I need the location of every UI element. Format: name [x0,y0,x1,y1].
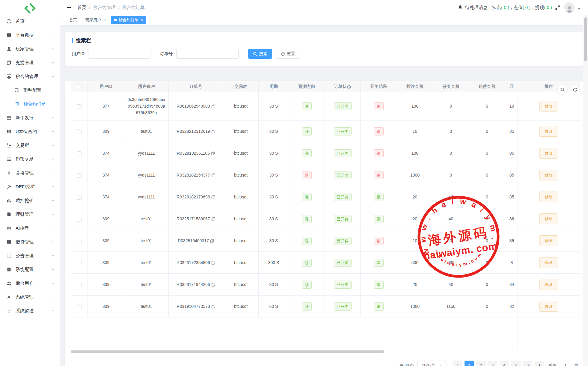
book-icon [6,253,12,259]
sidebar-item[interactable]: AI控盘 [0,221,60,235]
edit-button[interactable]: 修改 [539,148,558,159]
avatar[interactable] [564,2,575,13]
edit-button[interactable]: 修改 [539,192,558,202]
sidebar-item[interactable]: 质押挖矿 [0,194,60,207]
row-checkbox[interactable] [77,104,82,109]
sidebar-item[interactable]: 系统监控 [0,304,60,318]
page-button[interactable]: 4 [500,361,509,366]
sidebar-item[interactable]: U本位合约 [0,125,60,138]
data-icon [6,239,12,245]
sidebar-item[interactable]: 秒合约管理 [0,70,60,83]
sidebar-item[interactable]: 兑换管理 [0,166,60,180]
status-tag: 输 [374,171,384,179]
search-field-input[interactable] [88,49,150,59]
sidebar-item[interactable]: 系统管理 [0,290,60,304]
edit-button[interactable]: 修改 [539,101,558,112]
select-all-checkbox[interactable] [77,85,82,89]
tab-close-icon[interactable]: × [103,18,106,22]
cell-value: 84 [509,282,514,287]
sidebar-item[interactable]: 借贷管理 [0,235,60,249]
tab-item[interactable]: 玩家用户× [82,16,109,24]
row-checkbox[interactable] [77,239,82,243]
page-button[interactable]: 5 [511,361,521,366]
search-field-input[interactable] [176,49,239,59]
page-button[interactable]: 3 [488,361,497,366]
sidebar-item[interactable]: 秒合约订单 [0,97,60,111]
cell-value: 0 [450,129,452,134]
vertical-scrollbar-thumb[interactable] [584,17,587,61]
sidebar-item[interactable]: 后台用户 [0,276,60,290]
copy-icon[interactable] [211,283,215,287]
table-row: 309test01R0323171944266btcusdt30 S涨已开奖赢2… [71,274,580,296]
sidebar-item[interactable]: 充提管理 [0,56,60,70]
copy-icon[interactable] [210,239,214,243]
edit-button[interactable]: 修改 [539,170,558,180]
vertical-scrollbar[interactable] [583,15,588,366]
row-checkbox[interactable] [77,283,82,287]
prev-page-button[interactable] [453,361,462,366]
edit-button[interactable]: 修改 [539,279,558,290]
copy-icon[interactable] [211,261,215,265]
edit-button[interactable]: 修改 [539,235,558,246]
collapse-menu-icon[interactable] [66,4,72,10]
page-button[interactable]: 2 [476,361,486,366]
next-page-button[interactable] [535,361,544,366]
sidebar-item[interactable]: 交易所 [0,138,60,152]
copy-icon[interactable] [211,195,215,199]
edit-button[interactable]: 修改 [539,126,558,137]
sidebar-item[interactable]: 公告管理 [0,249,60,263]
cell-value: 20 [413,216,417,221]
table-search-button[interactable] [557,85,568,95]
copy-icon[interactable] [211,104,215,108]
page-button[interactable]: 6 [523,361,532,366]
column-header: 交易对 [223,81,259,92]
edit-button[interactable]: 修改 [539,257,558,268]
row-checkbox[interactable] [77,261,82,265]
sidebar-item[interactable]: 新币发行 [0,111,60,125]
row-checkbox[interactable] [77,129,82,134]
horizontal-scrollbar[interactable] [71,350,384,353]
sidebar-item-label: 借贷管理 [16,239,34,245]
copy-icon[interactable] [211,305,215,308]
sidebar-item[interactable]: 首页 [0,14,60,28]
caret-down-icon[interactable] [578,8,581,10]
search-button[interactable]: 搜索 [248,49,272,59]
sidebar-item[interactable]: 币种配置 [0,83,60,97]
tab-active[interactable]: 秒合约订单× [111,16,147,24]
fullscreen-icon[interactable] [555,5,560,10]
row-checkbox[interactable] [77,217,82,222]
tab-close-icon[interactable]: × [141,18,143,22]
sidebar-item[interactable]: 玩家管理 [0,42,60,56]
page-button[interactable]: 1 [465,361,474,366]
copy-icon[interactable] [211,217,215,221]
edit-button[interactable]: 修改 [539,301,558,312]
row-checkbox[interactable] [77,195,82,200]
copy-icon[interactable] [211,129,215,133]
breadcrumb-home[interactable]: 首页 [77,5,86,10]
status-tag: 赢 [374,193,384,201]
copy-icon[interactable] [211,151,215,155]
chevron-down-icon [51,240,55,244]
sidebar-item[interactable]: 平台数据 [0,28,60,42]
table-card: 用户ID用户账户订单号交易对周期预测方向订单状态开奖结果投注金额获奖金额赔偿金额… [65,81,583,366]
sidebar-item[interactable]: 理财管理 [0,207,60,221]
bell-icon[interactable] [458,5,463,10]
cell-value: 85 [509,195,514,199]
reset-button[interactable]: 重置 [276,49,300,59]
row-checkbox[interactable] [77,305,82,309]
copy-icon[interactable] [211,173,215,177]
sidebar-item[interactable]: 系统配置 [0,263,60,276]
cell-value: btcusdt [234,104,248,109]
edit-button[interactable]: 修改 [539,213,558,224]
page-size-select[interactable]: 10条/页 [417,361,447,366]
row-checkbox[interactable] [77,151,82,156]
row-checkbox[interactable] [77,173,82,178]
tab-item[interactable]: 首页 [66,16,80,24]
goto-page-input[interactable] [559,361,572,366]
order-number: R0328182254377 [177,173,210,177]
table-refresh-button[interactable] [570,85,580,95]
sidebar-item[interactable]: DEFI挖矿 [0,180,60,194]
sidebar-item[interactable]: 币币交易 [0,152,60,166]
list-check-icon [6,142,12,148]
content-area: 搜索栏 用户ID订单号 搜索 重置 [60,25,588,366]
